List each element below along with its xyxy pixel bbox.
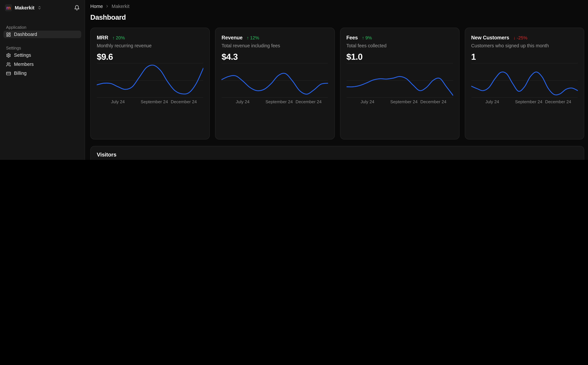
trend-badge: ↑ 12% [247, 35, 259, 40]
section-label-application: Application [3, 25, 81, 29]
sidebar-item-label: Settings [14, 53, 31, 58]
arrow-up-icon: ↑ [362, 35, 364, 40]
breadcrumb: Home Makerkit [90, 3, 584, 9]
visitors-title: Visitors [97, 152, 578, 158]
arrow-down-icon: ↓ [513, 35, 516, 40]
stat-card-subtitle: Monthly recurring revenue [97, 43, 203, 48]
sidebar-item-billing[interactable]: Billing [3, 70, 81, 77]
stat-cards-row: MRR ↑ 20% Monthly recurring revenue $9.6… [90, 28, 584, 140]
stat-card-mrr: MRR ↑ 20% Monthly recurring revenue $9.6… [90, 28, 210, 140]
sparkline-x-labels: July 24 September 24 December 24 [97, 99, 203, 105]
main-content: Home Makerkit Dashboard MRR ↑ 20% Monthl… [85, 0, 588, 160]
x-tick: December 24 [545, 99, 571, 104]
x-tick: September 24 [265, 99, 293, 104]
x-tick: September 24 [390, 99, 418, 104]
sparkline-x-labels: July 24 September 24 December 24 [346, 99, 453, 105]
x-tick: December 24 [420, 99, 446, 104]
chevron-right-icon [105, 4, 109, 8]
sidebar-item-label: Billing [14, 71, 27, 76]
arrow-up-icon: ↑ [247, 35, 249, 40]
bell-icon[interactable] [74, 5, 80, 11]
sidebar-item-settings[interactable]: Settings [3, 51, 81, 59]
trend-badge: ↓ -25% [513, 35, 527, 40]
page-title: Dashboard [90, 13, 584, 21]
chevrons-up-down-icon [37, 6, 42, 10]
sparkline-chart-mrr [97, 61, 203, 98]
makerkit-logo: m [5, 4, 12, 11]
sidebar-section-settings: Settings Settings Members Billing [0, 46, 85, 77]
visitors-panel: Visitors Showing total visitors for the … [90, 146, 584, 160]
trend-value: -25% [517, 35, 527, 40]
stat-card-value: $9.6 [97, 52, 203, 62]
stat-card-subtitle: Customers who signed up this month [471, 43, 578, 48]
x-tick: December 24 [296, 99, 322, 104]
sidebar-item-label: Dashboard [14, 32, 37, 37]
logo-letter: m [6, 5, 11, 10]
arrow-up-icon: ↑ [112, 35, 115, 40]
x-tick: July 24 [360, 99, 374, 104]
trend-value: 12% [250, 35, 259, 40]
stat-card-value: $4.3 [221, 52, 328, 62]
sparkline-chart-revenue [221, 61, 328, 98]
stat-card-new-customers: New Customers ↓ -25% Customers who signe… [465, 28, 584, 140]
breadcrumb-current: Makerkit [112, 4, 130, 9]
breadcrumb-home-link[interactable]: Home [90, 4, 103, 9]
stat-card-subtitle: Total fees collected [346, 43, 453, 48]
x-tick: July 24 [111, 99, 125, 104]
trend-value: 9% [365, 35, 372, 40]
stat-card-subtitle: Total revenue including fees [221, 43, 328, 48]
sparkline-x-labels: July 24 September 24 December 24 [471, 99, 578, 105]
x-tick: December 24 [171, 99, 197, 104]
stat-card-fees: Fees ↑ 9% Total fees collected $1.0 July… [340, 28, 459, 140]
stat-card-title: New Customers [471, 35, 509, 40]
gear-icon [6, 53, 11, 58]
sidebar-item-label: Members [14, 62, 34, 67]
sidebar-item-members[interactable]: Members [3, 61, 81, 68]
trend-value: 20% [116, 35, 125, 40]
x-tick: July 24 [236, 99, 249, 104]
stat-card-revenue: Revenue ↑ 12% Total revenue including fe… [215, 28, 335, 140]
credit-card-icon [6, 71, 11, 76]
layout-dashboard-icon [6, 32, 11, 37]
x-tick: September 24 [515, 99, 542, 104]
x-tick: September 24 [141, 99, 168, 104]
sidebar-item-dashboard[interactable]: Dashboard [3, 31, 81, 38]
workspace-selector[interactable]: m Makerkit [0, 0, 85, 15]
workspace-name[interactable]: Makerkit [15, 5, 35, 11]
x-tick: July 24 [485, 99, 499, 104]
stat-card-title: Revenue [221, 35, 242, 40]
dashboard-screen: m Makerkit Application Dashboard Setting… [0, 0, 588, 160]
users-icon [6, 62, 11, 67]
trend-badge: ↑ 9% [362, 35, 372, 40]
stat-card-value: $1.0 [346, 52, 453, 62]
stat-card-value: 1 [471, 52, 578, 62]
sidebar: m Makerkit Application Dashboard Setting… [0, 0, 85, 160]
stat-card-title: Fees [346, 35, 358, 40]
sparkline-chart-new-customers [471, 61, 578, 98]
sparkline-x-labels: July 24 September 24 December 24 [221, 99, 328, 105]
sparkline-chart-fees [346, 61, 453, 98]
stat-card-title: MRR [97, 35, 108, 40]
sidebar-section-application: Application Dashboard [0, 25, 85, 38]
trend-badge: ↑ 20% [112, 35, 125, 40]
section-label-settings: Settings [3, 46, 81, 50]
